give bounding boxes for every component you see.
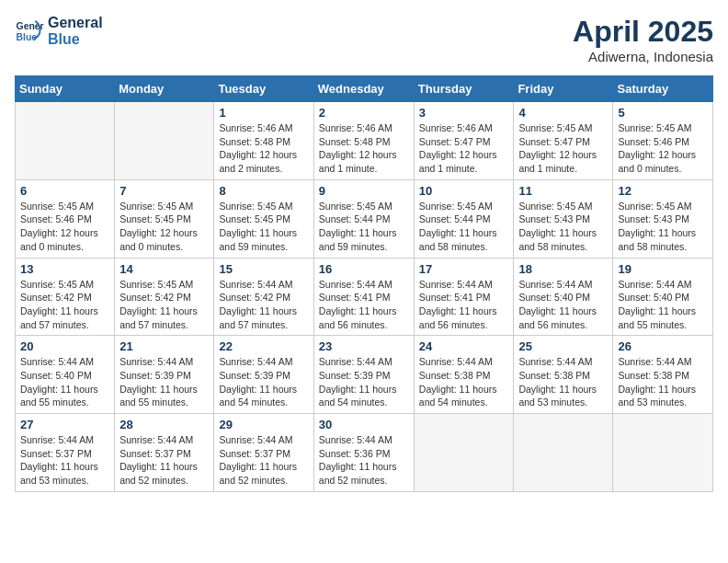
day-number: 23 [319,339,409,353]
day-info: Sunrise: 5:44 AM Sunset: 5:39 PM Dayligh… [219,355,308,409]
weekday-header-thursday: Thursday [414,76,514,102]
day-number: 6 [20,184,109,198]
day-info: Sunrise: 5:46 AM Sunset: 5:48 PM Dayligh… [319,121,409,176]
day-info: Sunrise: 5:46 AM Sunset: 5:47 PM Dayligh… [419,121,509,176]
calendar-cell: 17Sunrise: 5:44 AM Sunset: 5:41 PM Dayli… [414,258,514,336]
day-info: Sunrise: 5:45 AM Sunset: 5:44 PM Dayligh… [319,200,409,254]
day-number: 4 [518,106,608,120]
day-info: Sunrise: 5:45 AM Sunset: 5:43 PM Dayligh… [518,200,608,254]
title-area: April 2025 Adiwerna, Indonesia [573,15,713,64]
day-number: 19 [618,262,708,276]
calendar-cell: 20Sunrise: 5:44 AM Sunset: 5:40 PM Dayli… [16,336,115,414]
day-number: 20 [20,339,109,353]
day-number: 14 [119,262,209,276]
calendar-cell: 15Sunrise: 5:44 AM Sunset: 5:42 PM Dayli… [214,258,313,336]
day-number: 5 [618,106,708,120]
calendar-cell: 14Sunrise: 5:45 AM Sunset: 5:42 PM Dayli… [115,258,214,336]
calendar-table: SundayMondayTuesdayWednesdayThursdayFrid… [15,75,713,492]
day-number: 22 [219,339,308,353]
day-info: Sunrise: 5:44 AM Sunset: 5:40 PM Dayligh… [618,278,708,332]
day-number: 8 [219,184,308,198]
calendar-cell: 27Sunrise: 5:44 AM Sunset: 5:37 PM Dayli… [16,414,115,492]
day-info: Sunrise: 5:45 AM Sunset: 5:44 PM Dayligh… [419,200,509,254]
day-number: 26 [618,339,708,353]
weekday-header-row: SundayMondayTuesdayWednesdayThursdayFrid… [16,76,713,102]
page-header: General Blue GeneralBlue April 2025 Adiw… [15,15,713,64]
logo-icon: General Blue [15,17,44,46]
day-number: 27 [20,418,109,431]
day-info: Sunrise: 5:44 AM Sunset: 5:41 PM Dayligh… [419,278,509,332]
calendar-cell: 4Sunrise: 5:45 AM Sunset: 5:47 PM Daylig… [514,102,613,180]
day-number: 12 [618,184,708,198]
week-row-3: 13Sunrise: 5:45 AM Sunset: 5:42 PM Dayli… [16,258,713,336]
day-info: Sunrise: 5:45 AM Sunset: 5:43 PM Dayligh… [618,200,708,254]
day-info: Sunrise: 5:44 AM Sunset: 5:41 PM Dayligh… [319,278,409,332]
day-number: 30 [319,418,409,431]
day-info: Sunrise: 5:44 AM Sunset: 5:39 PM Dayligh… [319,355,409,409]
day-info: Sunrise: 5:45 AM Sunset: 5:45 PM Dayligh… [119,200,209,254]
day-number: 17 [419,262,509,276]
weekday-header-saturday: Saturday [613,76,713,102]
day-info: Sunrise: 5:44 AM Sunset: 5:38 PM Dayligh… [419,355,509,409]
day-info: Sunrise: 5:45 AM Sunset: 5:47 PM Dayligh… [518,121,608,176]
day-info: Sunrise: 5:44 AM Sunset: 5:37 PM Dayligh… [119,433,209,488]
day-info: Sunrise: 5:44 AM Sunset: 5:39 PM Dayligh… [119,355,209,409]
day-number: 28 [119,418,209,431]
calendar-cell: 24Sunrise: 5:44 AM Sunset: 5:38 PM Dayli… [414,336,514,414]
day-info: Sunrise: 5:46 AM Sunset: 5:48 PM Dayligh… [219,121,308,176]
day-info: Sunrise: 5:44 AM Sunset: 5:37 PM Dayligh… [219,433,308,488]
day-info: Sunrise: 5:44 AM Sunset: 5:37 PM Dayligh… [20,433,109,488]
calendar-cell: 3Sunrise: 5:46 AM Sunset: 5:47 PM Daylig… [414,102,514,180]
calendar-cell: 10Sunrise: 5:45 AM Sunset: 5:44 PM Dayli… [414,179,514,258]
day-number: 25 [518,339,608,353]
calendar-cell: 30Sunrise: 5:44 AM Sunset: 5:36 PM Dayli… [313,414,414,492]
svg-text:Blue: Blue [17,31,38,41]
calendar-cell: 23Sunrise: 5:44 AM Sunset: 5:39 PM Dayli… [313,336,414,414]
calendar-cell: 2Sunrise: 5:46 AM Sunset: 5:48 PM Daylig… [313,102,414,180]
day-info: Sunrise: 5:44 AM Sunset: 5:40 PM Dayligh… [20,355,109,409]
logo-text: GeneralBlue [48,15,103,47]
day-info: Sunrise: 5:45 AM Sunset: 5:42 PM Dayligh… [119,278,209,332]
day-number: 11 [518,184,608,198]
calendar-cell: 25Sunrise: 5:44 AM Sunset: 5:38 PM Dayli… [514,336,613,414]
day-info: Sunrise: 5:44 AM Sunset: 5:38 PM Dayligh… [618,355,708,409]
calendar-cell [414,414,514,492]
day-info: Sunrise: 5:45 AM Sunset: 5:42 PM Dayligh… [20,278,109,332]
weekday-header-sunday: Sunday [16,76,115,102]
week-row-4: 20Sunrise: 5:44 AM Sunset: 5:40 PM Dayli… [16,336,713,414]
day-number: 9 [319,184,409,198]
calendar-cell: 18Sunrise: 5:44 AM Sunset: 5:40 PM Dayli… [514,258,613,336]
day-number: 29 [219,418,308,431]
weekday-header-wednesday: Wednesday [313,76,414,102]
calendar-cell: 22Sunrise: 5:44 AM Sunset: 5:39 PM Dayli… [214,336,313,414]
day-number: 16 [319,262,409,276]
day-number: 24 [419,339,509,353]
calendar-cell: 8Sunrise: 5:45 AM Sunset: 5:45 PM Daylig… [214,179,313,258]
day-number: 13 [20,262,109,276]
calendar-cell [16,102,115,180]
week-row-1: 1Sunrise: 5:46 AM Sunset: 5:48 PM Daylig… [16,102,713,180]
calendar-cell: 19Sunrise: 5:44 AM Sunset: 5:40 PM Dayli… [613,258,713,336]
calendar-cell: 6Sunrise: 5:45 AM Sunset: 5:46 PM Daylig… [16,179,115,258]
day-info: Sunrise: 5:45 AM Sunset: 5:46 PM Dayligh… [618,121,708,176]
day-info: Sunrise: 5:44 AM Sunset: 5:36 PM Dayligh… [319,433,409,488]
weekday-header-friday: Friday [514,76,613,102]
calendar-cell: 21Sunrise: 5:44 AM Sunset: 5:39 PM Dayli… [115,336,214,414]
calendar-cell [115,102,214,180]
day-number: 18 [518,262,608,276]
day-number: 21 [119,339,209,353]
calendar-cell: 7Sunrise: 5:45 AM Sunset: 5:45 PM Daylig… [115,179,214,258]
week-row-2: 6Sunrise: 5:45 AM Sunset: 5:46 PM Daylig… [16,179,713,258]
day-number: 10 [419,184,509,198]
day-info: Sunrise: 5:45 AM Sunset: 5:45 PM Dayligh… [219,200,308,254]
weekday-header-monday: Monday [115,76,214,102]
calendar-cell: 9Sunrise: 5:45 AM Sunset: 5:44 PM Daylig… [313,179,414,258]
calendar-cell: 5Sunrise: 5:45 AM Sunset: 5:46 PM Daylig… [613,102,713,180]
calendar-cell: 26Sunrise: 5:44 AM Sunset: 5:38 PM Dayli… [613,336,713,414]
day-info: Sunrise: 5:44 AM Sunset: 5:38 PM Dayligh… [518,355,608,409]
calendar-subtitle: Adiwerna, Indonesia [573,49,713,64]
day-info: Sunrise: 5:44 AM Sunset: 5:40 PM Dayligh… [518,278,608,332]
calendar-cell: 1Sunrise: 5:46 AM Sunset: 5:48 PM Daylig… [214,102,313,180]
day-number: 2 [319,106,409,120]
day-info: Sunrise: 5:45 AM Sunset: 5:46 PM Dayligh… [20,200,109,254]
